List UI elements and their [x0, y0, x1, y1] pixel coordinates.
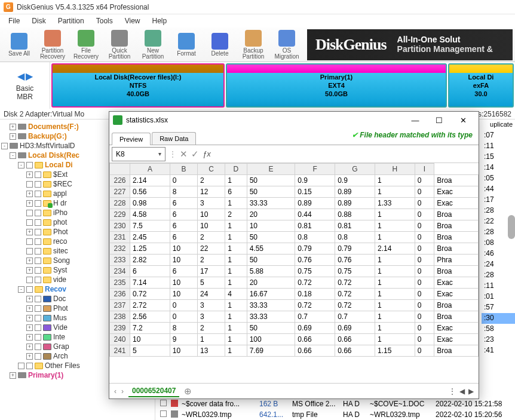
tree-checkbox[interactable]	[35, 219, 41, 226]
tree-checkbox[interactable]	[35, 210, 41, 216]
row-header[interactable]: 231	[110, 232, 130, 243]
sheet-cell[interactable]: 0	[415, 186, 434, 198]
sheet-cell[interactable]: 10	[170, 255, 197, 266]
sheet-cell[interactable]: 6	[130, 266, 170, 277]
sheet-row[interactable]: 2357.141051200.720.7210Exac	[110, 277, 479, 289]
menu-file[interactable]: File	[2, 16, 26, 26]
tree-checkbox[interactable]	[35, 248, 41, 255]
sheet-cell[interactable]: 10	[247, 220, 295, 232]
sheet-cell[interactable]: 0	[415, 277, 434, 289]
sheet-row[interactable]: 2270.568126500.150.8910Exac	[110, 186, 479, 198]
sheet-cell[interactable]: 50	[247, 175, 295, 186]
sheet-cell[interactable]: 5.88	[247, 266, 295, 277]
sheet-cell[interactable]: 6	[170, 198, 197, 209]
sheet-cell[interactable]: Broa	[434, 266, 479, 277]
sheet-cell[interactable]: 0.89	[335, 186, 375, 198]
expand-toggle-icon[interactable]	[18, 363, 24, 369]
sheet-cell[interactable]: 0.7	[295, 311, 335, 323]
sheet-cell[interactable]: 4.55	[247, 243, 295, 255]
expand-toggle-icon[interactable]: -	[18, 162, 24, 168]
scrollbar-thumb[interactable]	[508, 215, 515, 239]
sheet-cell[interactable]: 0	[170, 300, 197, 311]
expand-toggle-icon[interactable]: +	[26, 344, 33, 350]
sheet-cell[interactable]: 100	[247, 334, 295, 345]
tree-checkbox[interactable]	[35, 277, 41, 283]
sheet-cell[interactable]: 5	[130, 345, 170, 357]
sheet-cell[interactable]: 50	[247, 255, 295, 266]
sheet-cell[interactable]: 10	[198, 220, 225, 232]
sheet-cell[interactable]: 0	[415, 198, 434, 209]
sheet-cell[interactable]: 7.2	[130, 323, 170, 334]
sheet-cell[interactable]: 1.25	[130, 243, 170, 255]
sheet-row[interactable]: 2332.821021500.760.7610Phra	[110, 255, 479, 266]
sheet-cell[interactable]: 0	[415, 300, 434, 311]
tree-checkbox[interactable]	[35, 344, 41, 350]
sheet-prev-icon[interactable]: ‹	[114, 387, 117, 396]
sheet-row[interactable]: 2307.56101100.810.8110Broa	[110, 220, 479, 232]
row-header[interactable]: 229	[110, 209, 130, 220]
row-header[interactable]: 239	[110, 323, 130, 334]
sheet-cell[interactable]: 0.66	[335, 345, 375, 357]
row-header[interactable]: 241	[110, 345, 130, 357]
sheet-cell[interactable]: 24	[198, 289, 225, 300]
sheet-row[interactable]: 2415101317.690.660.661.150Broa	[110, 345, 479, 357]
tree-checkbox[interactable]	[26, 363, 33, 369]
sheet-cell[interactable]: 1	[225, 232, 247, 243]
sheet-cell[interactable]: 0	[415, 175, 434, 186]
sheet-cell[interactable]: 10	[170, 345, 197, 357]
tool-delete[interactable]: Delete	[203, 29, 237, 61]
partition-segment-0[interactable]: Local Disk(Recover files)(I:)NTFS40.0GB	[51, 63, 225, 108]
sheet-cell[interactable]: 1	[375, 266, 415, 277]
sheet-cell[interactable]: 0.81	[295, 220, 335, 232]
sheet-cell[interactable]: 1	[225, 277, 247, 289]
hscroll-first-icon[interactable]: ⋮	[449, 387, 456, 396]
row-header[interactable]: 238	[110, 311, 130, 323]
expand-toggle-icon[interactable]: +	[26, 257, 33, 264]
col-header[interactable]: I	[415, 164, 434, 175]
sheet-cell[interactable]: Exac	[434, 334, 479, 345]
tab-preview[interactable]: Preview	[112, 133, 151, 145]
sheet-cell[interactable]: 2.45	[130, 232, 170, 243]
expand-toggle-icon[interactable]: +	[26, 200, 33, 207]
nav-prev-icon[interactable]: ◀	[17, 70, 24, 82]
sheet-cell[interactable]: 1	[375, 232, 415, 243]
sheet-row[interactable]: 2397.2821500.690.6910Exac	[110, 323, 479, 334]
maximize-button[interactable]: ☐	[427, 113, 451, 127]
sheet-row[interactable]: 2312.45621500.80.810Broa	[110, 232, 479, 243]
expand-toggle-icon[interactable]: +	[10, 372, 16, 379]
sheet-cell[interactable]: 1	[375, 255, 415, 266]
row-header[interactable]: 232	[110, 243, 130, 255]
tree-checkbox[interactable]	[35, 296, 41, 302]
expand-toggle-icon[interactable]	[26, 181, 33, 188]
popup-titlebar[interactable]: statistics.xlsx — ☐ ✕	[109, 112, 479, 128]
sheet-cell[interactable]: 0	[415, 243, 434, 255]
row-header[interactable]: 234	[110, 266, 130, 277]
sheet-cell[interactable]: 1	[375, 289, 415, 300]
sheet-cell[interactable]: 50	[247, 323, 295, 334]
sheet-cell[interactable]: 0.56	[130, 186, 170, 198]
sheet-cell[interactable]: 0.72	[335, 300, 375, 311]
sheet-cell[interactable]: 1	[375, 311, 415, 323]
row-header[interactable]: 235	[110, 277, 130, 289]
expand-toggle-icon[interactable]: -	[10, 152, 16, 159]
sheet-cell[interactable]: 0.76	[335, 255, 375, 266]
menu-disk[interactable]: Disk	[26, 16, 51, 26]
spreadsheet-grid[interactable]: ABCDEFGHI2262.14021500.90.910Broa2270.56…	[109, 163, 479, 383]
sheet-cell[interactable]: 0	[415, 334, 434, 345]
sheet-row[interactable]: 2321.25102214.550.790.792.140Broa	[110, 243, 479, 255]
tree-checkbox[interactable]	[26, 286, 33, 293]
sheet-cell[interactable]: 3	[198, 300, 225, 311]
expand-toggle-icon[interactable]	[26, 210, 33, 216]
sheet-cell[interactable]: 6	[170, 266, 197, 277]
sheet-cell[interactable]: 0.66	[295, 334, 335, 345]
sheet-cell[interactable]: 0.69	[335, 323, 375, 334]
sheet-cell[interactable]: 1	[225, 345, 247, 357]
sheet-row[interactable]: 2280.9863133.330.890.891.330Exac	[110, 198, 479, 209]
expand-toggle-icon[interactable]: +	[26, 305, 33, 312]
sheet-cell[interactable]: Exac	[434, 277, 479, 289]
sheet-cell[interactable]: Broa	[434, 209, 479, 220]
sheet-cell[interactable]: 0.69	[295, 323, 335, 334]
sheet-cell[interactable]: 2	[198, 255, 225, 266]
sheet-cell[interactable]: 0	[415, 232, 434, 243]
sheet-cell[interactable]: 7.14	[130, 277, 170, 289]
